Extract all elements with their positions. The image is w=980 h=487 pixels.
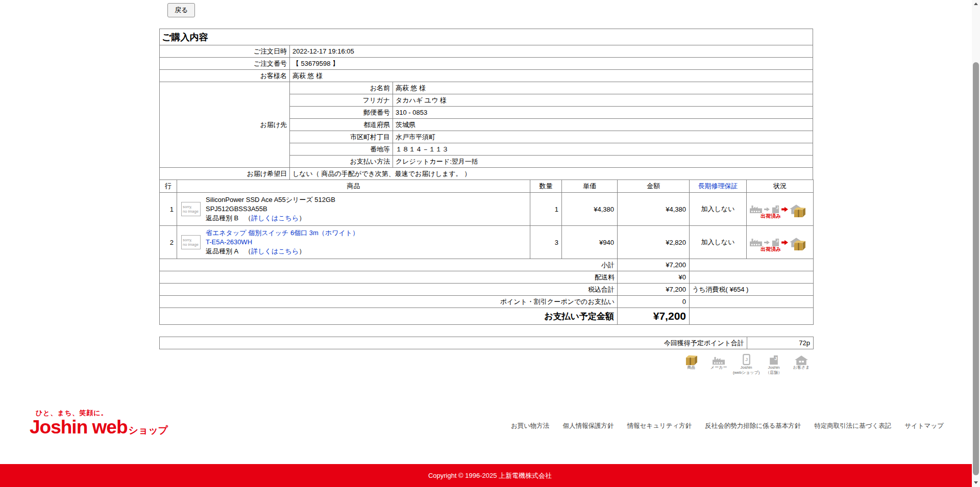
- smartphone-icon: [743, 354, 750, 365]
- legend-item-joshin-web: Joshin (webショップ): [734, 352, 758, 375]
- table-row-item-2: 2 sorry, no image 省エネタップ 個別スイッチ 6個口 3m（ホ…: [160, 226, 814, 259]
- product-model: SPJ512GBSS3A55B: [206, 204, 335, 214]
- joshin-logo[interactable]: ひと、まち、笑顔に。 Joshin webショップ: [30, 408, 168, 438]
- shipping-fee-note: [690, 271, 814, 284]
- product-name-link[interactable]: 省エネタップ 個別スイッチ 6個口 3m（ホワイト）: [206, 229, 359, 237]
- header-amount: 金額: [618, 180, 690, 193]
- earned-points-label: 今回獲得予定ポイント合計: [160, 337, 747, 349]
- order-number-value: 【 53679598 】: [290, 58, 813, 70]
- shipped-badge: 出荷済み: [761, 246, 781, 253]
- legend-item-maker: メーカー: [707, 352, 730, 375]
- joshin-store-icon: [771, 238, 780, 247]
- item-row-number: 1: [160, 193, 177, 226]
- factory-icon: [712, 356, 725, 365]
- prefecture-value: 茨城県: [393, 119, 813, 131]
- shipping-fee-label: 配送料: [160, 271, 618, 284]
- return-type-line: 返品種別 B（詳しくはこちら）: [206, 214, 335, 223]
- warranty-header-link[interactable]: 長期修理保証: [690, 180, 747, 193]
- scroll-down-button[interactable]: [972, 479, 980, 487]
- detail-link[interactable]: 詳しくはこちら: [251, 214, 299, 222]
- subtotal-value: ¥7,200: [618, 259, 690, 271]
- item-unit-price: ¥940: [562, 226, 618, 259]
- footer-link-commerce-law[interactable]: 特定商取引法に基づく表記: [814, 422, 891, 430]
- header-status: 状況: [747, 180, 814, 193]
- header-row: 行: [160, 180, 177, 193]
- legend-item-product: 商品: [679, 352, 703, 375]
- no-image-placeholder: sorry, no image: [181, 202, 201, 216]
- item-qty: 3: [530, 226, 562, 259]
- shipped-badge: 出荷済み: [761, 213, 781, 220]
- header-product: 商品: [177, 180, 530, 193]
- wish-date-label: お届け希望日: [160, 168, 290, 180]
- package-box-icon: [685, 354, 697, 365]
- city-value: 水戸市平須町: [393, 131, 813, 143]
- footer-links: お買い物方法 個人情報保護方針 情報セキュリティ方針 反社会的勢力排除に係る基本…: [511, 422, 944, 430]
- shipping-fee-value: ¥0: [618, 271, 690, 284]
- joshin-store-icon: [769, 355, 779, 365]
- earned-points-value: 72p: [747, 337, 814, 349]
- payment-method-value: クレジットカード:翌月一括: [393, 156, 813, 168]
- order-detail-main: ご購入内容 ご注文日時 2022-12-17 19:16:05 ご注文番号 【 …: [159, 29, 813, 375]
- points-coupon-value: 0: [618, 296, 690, 308]
- tax-total-value: ¥7,200: [618, 284, 690, 296]
- tax-total-label: 税込合計: [160, 284, 618, 296]
- order-number-label: ご注文番号: [160, 58, 290, 70]
- chevron-up-icon: [974, 3, 978, 5]
- red-arrow-right-icon: [781, 207, 788, 212]
- item-amount: ¥4,380: [618, 193, 690, 226]
- status-legend: 商品 メーカー Joshin (webショップ) Joshin （店舗） お客さ…: [159, 352, 813, 375]
- grand-total-value: ¥7,200: [618, 308, 690, 325]
- detail-link[interactable]: 詳しくはこちら: [251, 247, 299, 255]
- scrollbar-thumb[interactable]: [973, 62, 979, 475]
- logo-brand: Joshin webショップ: [30, 418, 168, 438]
- no-image-placeholder: sorry, no image: [181, 235, 201, 249]
- copyright-text: Copyright © 1996-2025 上新電機株式会社: [428, 472, 552, 479]
- item-qty: 1: [530, 193, 562, 226]
- prefecture-label: 都道府県: [290, 119, 393, 131]
- subtotal-label: 小計: [160, 259, 618, 271]
- item-amount: ¥2,820: [618, 226, 690, 259]
- arrow-right-icon: [764, 240, 770, 245]
- order-items-table: 行 商品 数量 単価 金額 長期修理保証 状況 1 sorry, no imag…: [159, 180, 814, 325]
- postal-code-value: 310 - 0853: [393, 107, 813, 119]
- return-type-line: 返品種別 A（詳しくはこちら）: [206, 247, 359, 256]
- legend-item-joshin-store: Joshin （店舗）: [762, 352, 786, 375]
- item-row-number: 2: [160, 226, 177, 259]
- grand-total-label: お支払い予定金額: [160, 308, 618, 325]
- copyright-bar: Copyright © 1996-2025 上新電機株式会社: [0, 464, 980, 487]
- table-row-item-1: 1 sorry, no image SiliconPower SSD Ace A…: [160, 193, 814, 226]
- product-name: SiliconPower SSD Ace A55シリーズ 512GB: [206, 195, 335, 204]
- footer-link-shopping-guide[interactable]: お買い物方法: [511, 422, 550, 430]
- shipping-status: 出荷済み: [749, 231, 811, 253]
- page-title: ご購入内容: [160, 29, 813, 45]
- shipping-status: 出荷済み: [749, 198, 811, 220]
- furigana-value: タカハギ ユウ 様: [393, 94, 813, 107]
- customer-name-label: お客様名: [160, 70, 290, 82]
- chevron-down-icon: [974, 481, 978, 484]
- item-unit-price: ¥4,380: [562, 193, 618, 226]
- footer-link-antisocial-policy[interactable]: 反社会的勢力排除に係る基本方針: [705, 422, 801, 430]
- item-warranty: 加入しない: [690, 226, 747, 259]
- joshin-store-icon: [771, 205, 780, 214]
- delivery-address-label: お届け先: [160, 82, 290, 168]
- back-button[interactable]: 戻る: [167, 3, 195, 17]
- footer-link-security-policy[interactable]: 情報セキュリティ方針: [627, 422, 692, 430]
- footer-link-privacy-policy[interactable]: 個人情報保護方針: [562, 422, 614, 430]
- order-date-label: ご注文日時: [160, 45, 290, 58]
- recipient-name-label: お名前: [290, 82, 393, 94]
- street-value: １８１４－１１３: [393, 143, 813, 156]
- customer-name-value: 高萩 悠 様: [290, 70, 813, 82]
- vertical-scrollbar[interactable]: [972, 0, 980, 487]
- postal-code-label: 郵便番号: [290, 107, 393, 119]
- subtotal-note: [690, 259, 814, 271]
- furigana-label: フリガナ: [290, 94, 393, 107]
- red-arrow-right-icon: [781, 240, 788, 245]
- order-confirmation-page: 戻る ご購入内容 ご注文日時 2022-12-17 19:16:05 ご注文番号…: [0, 0, 980, 487]
- footer-link-sitemap[interactable]: サイトマップ: [904, 422, 944, 430]
- scroll-up-button[interactable]: [972, 0, 980, 8]
- product-model-link[interactable]: T-E5A-2630WH: [206, 238, 252, 246]
- points-summary-table: 今回獲得予定ポイント合計 72p: [159, 337, 814, 349]
- tax-note: うち消費税( ¥654 ): [690, 284, 814, 296]
- points-coupon-note: [690, 296, 814, 308]
- points-coupon-label: ポイント・割引クーポンでのお支払い: [160, 296, 618, 308]
